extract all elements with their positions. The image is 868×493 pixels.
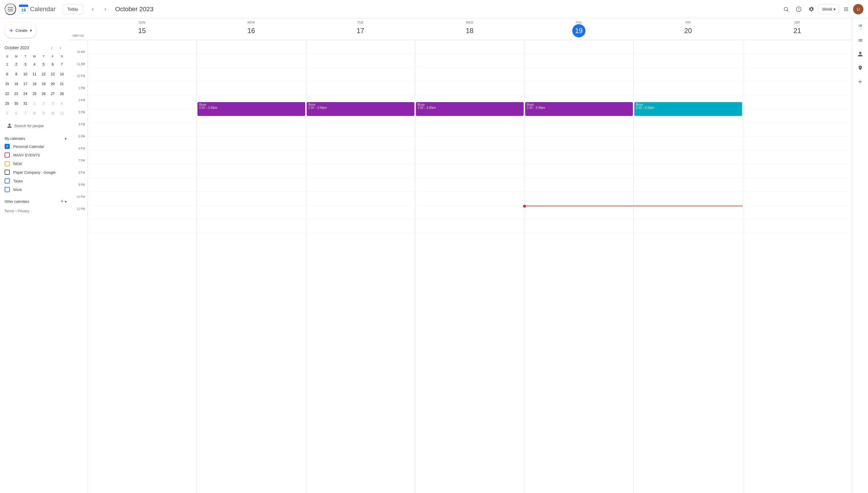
mini-day[interactable]: 8 (3, 70, 11, 78)
mini-day[interactable]: 17 (21, 80, 29, 88)
settings-button[interactable] (806, 3, 817, 15)
mini-day[interactable]: 3 (49, 100, 56, 108)
calendar-item-personal[interactable]: Personal Calendar (0, 142, 69, 151)
mini-day[interactable]: 2 (13, 60, 20, 68)
calendar-checkbox-personal[interactable] (5, 144, 10, 149)
google-apps-button[interactable] (840, 3, 852, 15)
calendar-item-new[interactable]: NEW (0, 159, 69, 168)
mini-day[interactable]: 31 (21, 100, 29, 108)
calendar-item-tasks[interactable]: Tasks (0, 177, 69, 185)
tasks-panel-icon[interactable] (854, 35, 866, 46)
mini-cal-prev[interactable]: ‹ (48, 44, 56, 52)
day-number-18[interactable]: 18 (463, 24, 476, 37)
mini-day[interactable]: 5 (3, 109, 11, 117)
mini-day[interactable]: 10 (21, 70, 29, 78)
mini-day[interactable]: 26 (40, 90, 48, 98)
event-busy-col4[interactable]: Busy2:30 – 3:30pm (525, 102, 633, 116)
mini-day[interactable]: 6 (13, 109, 20, 117)
maps-panel-icon[interactable] (854, 62, 866, 73)
mini-day[interactable]: 14 (58, 70, 66, 78)
event-busy-col5[interactable]: Busy2:30 – 3:30pm (634, 102, 742, 116)
contacts-panel-icon[interactable] (854, 48, 866, 60)
mini-day[interactable]: 15 (3, 80, 11, 88)
today-button[interactable]: Today (62, 4, 83, 14)
add-panel-button[interactable]: + (854, 76, 866, 87)
prev-button[interactable]: ‹ (88, 4, 98, 14)
calendar-item-work[interactable]: Work (0, 185, 69, 194)
mini-day[interactable]: 25 (30, 90, 39, 98)
mini-day[interactable]: 5 (40, 60, 48, 68)
terms-link[interactable]: Terms (5, 209, 14, 213)
mini-day[interactable]: 21 (58, 80, 66, 88)
mini-day[interactable]: 2 (40, 100, 48, 108)
mini-day[interactable]: 16 (13, 80, 20, 88)
mini-day[interactable]: 18 (30, 80, 39, 88)
grid-col-0[interactable] (87, 40, 197, 493)
mini-day[interactable]: 30 (13, 100, 20, 108)
mini-day[interactable]: 7 (21, 109, 29, 117)
mini-day[interactable]: 11 (58, 109, 66, 117)
mini-day[interactable]: 7 (58, 60, 66, 68)
calendar-checkbox-tasks[interactable] (5, 178, 10, 184)
mini-day[interactable]: 19 (40, 80, 48, 88)
mini-day[interactable]: 4 (58, 100, 66, 108)
mini-day[interactable]: 13 (49, 70, 56, 78)
calendar-item-many[interactable]: MANY EVENTS (0, 151, 69, 159)
add-other-calendar-button[interactable]: + (60, 198, 64, 205)
menu-button[interactable] (5, 3, 16, 15)
day-number-16[interactable]: 16 (245, 24, 258, 37)
calendar-item-paper[interactable]: Paper Company - Google (0, 168, 69, 177)
grid-col-6[interactable] (743, 40, 852, 493)
event-busy-col1[interactable]: Busy2:30 – 3:30pm (198, 102, 305, 116)
mini-day[interactable]: 28 (58, 90, 66, 98)
mini-day[interactable]: 1 (30, 100, 39, 108)
grid-col-1[interactable]: Busy2:30 – 3:30pm (197, 40, 306, 493)
mini-day[interactable]: 29 (3, 100, 11, 108)
event-busy-col3[interactable]: Busy2:30 – 3:30pm (416, 102, 524, 116)
user-avatar[interactable]: U (853, 4, 863, 14)
mini-day[interactable]: 1 (3, 60, 11, 68)
event-busy-col2[interactable]: Busy2:30 – 3:30pm (307, 102, 414, 116)
privacy-link[interactable]: Privacy (18, 209, 29, 213)
mini-day[interactable]: 22 (3, 90, 11, 98)
time-grid[interactable]: 10 AM11 AM12 PM1 PM2 PM3 PM4 PM5 PM6 PM7… (69, 40, 852, 493)
day-number-17[interactable]: 17 (354, 24, 367, 37)
create-button[interactable]: + Create ▾ (5, 23, 37, 38)
mini-day[interactable]: 9 (40, 109, 48, 117)
mini-day[interactable]: 27 (49, 90, 56, 98)
calendar-checkbox-new[interactable] (5, 161, 10, 166)
keep-panel-icon[interactable] (854, 21, 866, 32)
next-button[interactable]: › (100, 4, 111, 14)
calendar-checkbox-paper[interactable] (5, 170, 10, 175)
grid-col-5[interactable]: Busy2:30 – 3:30pm (634, 40, 743, 493)
other-calendars-header[interactable]: Other calendars + ▾ (0, 196, 69, 206)
mini-day[interactable]: 3 (21, 60, 29, 68)
calendar-checkbox-work[interactable] (5, 187, 10, 192)
mini-day[interactable]: 8 (30, 109, 39, 117)
mini-day[interactable]: 12 (40, 70, 48, 78)
grid-col-3[interactable]: Busy2:30 – 3:30pm (415, 40, 524, 493)
mini-day[interactable]: 24 (21, 90, 29, 98)
my-calendars-header[interactable]: My calendars ▾ (0, 134, 69, 142)
mini-day[interactable]: 4 (30, 60, 39, 68)
calendar-checkbox-many[interactable] (5, 152, 10, 158)
mini-day[interactable]: 11 (30, 70, 39, 78)
day-number-19[interactable]: 19 (572, 24, 586, 37)
search-button[interactable] (780, 3, 792, 15)
view-selector[interactable]: Week ▾ (818, 4, 839, 14)
time-label: 9 PM (69, 183, 87, 197)
search-people[interactable]: Search for people (3, 121, 66, 131)
day-number-21[interactable]: 21 (791, 24, 804, 37)
time-label: 5 PM (69, 135, 87, 149)
day-number-20[interactable]: 20 (682, 24, 695, 37)
grid-col-2[interactable]: Busy2:30 – 3:30pm (306, 40, 415, 493)
mini-day[interactable]: 6 (49, 60, 56, 68)
day-number-15[interactable]: 15 (135, 24, 149, 37)
mini-day[interactable]: 23 (13, 90, 20, 98)
mini-cal-next[interactable]: › (56, 44, 64, 52)
mini-day[interactable]: 9 (13, 70, 20, 78)
mini-day[interactable]: 10 (49, 109, 56, 117)
mini-day[interactable]: 20 (49, 80, 56, 88)
grid-col-4[interactable]: Busy2:30 – 3:30pm (524, 40, 634, 493)
help-button[interactable]: ? (793, 3, 804, 15)
